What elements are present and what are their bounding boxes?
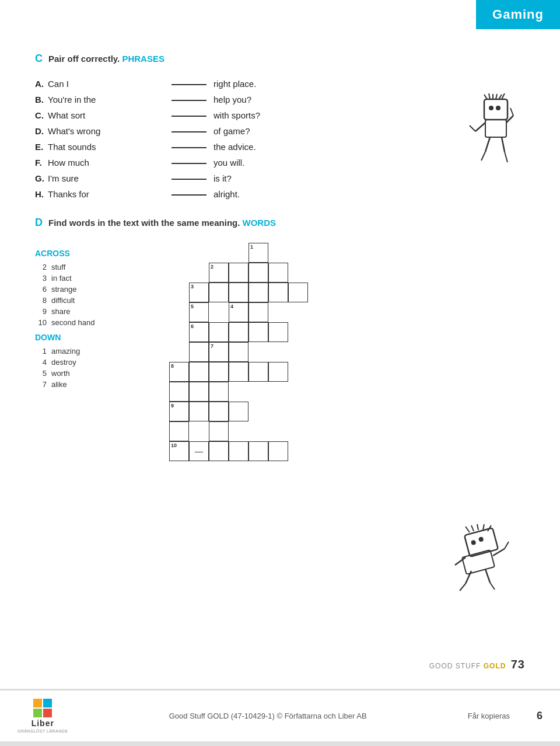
clue-word: stuff [51, 263, 65, 271]
svg-line-24 [483, 524, 484, 530]
crossword-cell [229, 283, 249, 302]
liber-logo: Liber GRÄNSLÖST LÄRANDE [18, 699, 68, 733]
crossword-cell [189, 342, 209, 362]
cell-number: 10 [171, 443, 177, 448]
pair-letter: D. [35, 126, 48, 136]
crossword-cell [189, 362, 209, 382]
crossword-cell [249, 441, 268, 461]
crossword-area: ACROSS 2 stuff 3 in fact 6 strange 8 dif… [35, 243, 525, 546]
crossword-cell [209, 283, 229, 302]
footer-text: GOOD STUFF [429, 662, 484, 670]
section-d-letter: D [35, 217, 43, 229]
cell-number: 2 [211, 264, 214, 270]
cell-number: 5 [191, 304, 194, 309]
across-clue-row: 3 in fact [35, 274, 152, 283]
svg-line-29 [505, 542, 509, 549]
crossword-grid-wrapper: 12345678910— [169, 243, 525, 546]
bottom-bar: Liber GRÄNSLÖST LÄRANDE Good Stuff GOLD … [0, 689, 560, 741]
pair-left: That sounds [48, 142, 164, 152]
clues-area: ACROSS 2 stuff 3 in fact 6 strange 8 dif… [35, 243, 152, 546]
cell-number: 8 [171, 364, 174, 369]
gaming-label: Gaming [492, 7, 544, 22]
section-c-title: Pair off correctly. PHRASES [48, 54, 164, 64]
pair-letter: H. [35, 189, 48, 199]
crossword-cell [189, 382, 209, 402]
pair-right: the advice. [214, 142, 256, 152]
pair-right: with sports? [214, 110, 260, 120]
pair-line [172, 100, 206, 101]
crossword-cell: 10 [169, 441, 189, 461]
svg-point-2 [496, 106, 501, 110]
section-c-letter: C [35, 53, 43, 65]
clue-num: 4 [35, 358, 47, 367]
pair-letter: G. [35, 173, 48, 183]
down-clue-row: 5 worth [35, 369, 152, 378]
clue-num: 1 [35, 347, 47, 355]
sq-green [33, 709, 42, 717]
pair-right: right place. [214, 79, 256, 89]
pair-left: I'm sure [48, 173, 164, 183]
crossword-cell [249, 283, 268, 302]
sq-blue [43, 699, 52, 707]
crossword-cell: 8 [169, 362, 189, 382]
pair-line [172, 147, 206, 148]
clue-word: worth [51, 369, 70, 378]
crossword-cell: 2 [209, 263, 229, 283]
clue-num: 3 [35, 274, 47, 283]
svg-line-33 [490, 583, 495, 590]
liber-sub: GRÄNSLÖST LÄRANDE [18, 729, 68, 733]
crossword-cell [209, 441, 229, 461]
down-clue-row: 7 alike [35, 380, 152, 389]
pair-left: How much [48, 158, 164, 168]
svg-line-22 [471, 525, 474, 531]
crossword-cell [288, 283, 308, 302]
clue-word: share [51, 307, 71, 316]
crossword-cell [268, 322, 288, 342]
pair-line [172, 131, 206, 133]
pair-letter: A. [35, 79, 48, 89]
pair-right: help you? [214, 95, 251, 104]
crossword-cell [268, 263, 288, 283]
clue-num: 7 [35, 380, 47, 389]
robot-top-image [449, 93, 519, 169]
pair-letter: F. [35, 158, 48, 168]
pair-row: A. Can I right place. [35, 79, 525, 89]
svg-point-1 [489, 106, 494, 110]
pair-left: You're in the [48, 95, 164, 104]
svg-line-10 [475, 123, 485, 131]
svg-line-21 [466, 527, 470, 532]
cell-dash: — [195, 447, 203, 456]
bottom-right-text: Får kopieras [468, 712, 510, 720]
crossword-cell [229, 362, 249, 382]
crossword-cell [229, 342, 249, 362]
svg-line-31 [460, 584, 466, 591]
clue-num: 8 [35, 296, 47, 305]
svg-rect-26 [462, 550, 495, 574]
crossword-cell [268, 441, 288, 461]
svg-line-14 [485, 137, 490, 152]
crossword-cell [189, 402, 209, 421]
section-d-tag: WORDS [243, 218, 276, 228]
crossword-cell [209, 402, 229, 421]
clue-num: 9 [35, 307, 47, 316]
crossword-cell [209, 421, 229, 441]
across-clue-row: 2 stuff [35, 263, 152, 271]
crossword-cell: 5 [189, 302, 209, 322]
svg-line-15 [481, 152, 485, 161]
crossword-cell: 3 [189, 283, 209, 302]
pair-right: you will. [214, 158, 244, 168]
cell-number: 7 [211, 344, 214, 349]
svg-line-3 [484, 95, 487, 99]
down-clue-row: 4 destroy [35, 358, 152, 367]
crossword-cell [229, 322, 249, 342]
clue-word: amazing [51, 347, 80, 355]
cell-number: 4 [230, 304, 233, 309]
liber-squares [33, 699, 52, 717]
svg-line-17 [505, 152, 508, 162]
crossword-cell [249, 362, 268, 382]
clue-word: difficult [51, 296, 75, 305]
pair-line [172, 163, 206, 164]
liber-text: Liber [32, 719, 54, 728]
svg-line-23 [477, 524, 478, 530]
down-label: DOWN [35, 333, 152, 342]
